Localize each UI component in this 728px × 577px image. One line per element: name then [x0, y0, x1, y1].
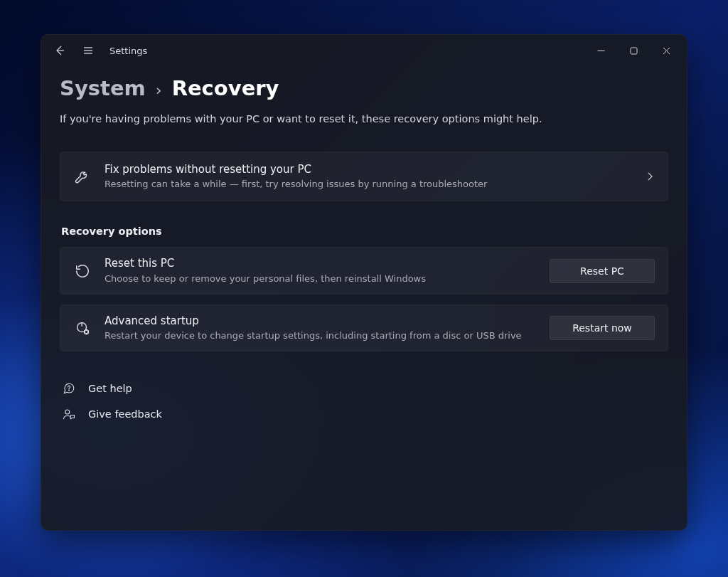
footer-links: Get help Give feedback: [60, 376, 668, 427]
breadcrumb-parent[interactable]: System: [60, 76, 146, 100]
feedback-icon: [61, 406, 77, 422]
title-bar: Settings: [41, 35, 687, 66]
minimize-button[interactable]: [584, 35, 617, 66]
give-feedback-link[interactable]: Give feedback: [60, 401, 668, 427]
card-title: Advanced startup: [105, 314, 537, 328]
nav-menu-button[interactable]: [74, 36, 102, 65]
get-help-link[interactable]: Get help: [60, 376, 668, 401]
link-label: Give feedback: [88, 408, 162, 420]
fix-problems-card[interactable]: Fix problems without resetting your PC R…: [60, 152, 668, 201]
chevron-right-icon: ›: [156, 81, 162, 99]
svg-rect-4: [631, 48, 637, 54]
card-subtitle: Resetting can take a while — first, try …: [105, 178, 632, 191]
recovery-options-header: Recovery options: [61, 226, 668, 237]
svg-point-10: [69, 390, 70, 391]
reset-pc-button[interactable]: Reset PC: [550, 259, 655, 283]
card-subtitle: Choose to keep or remove your personal f…: [105, 272, 537, 285]
reset-pc-card: Reset this PC Choose to keep or remove y…: [60, 247, 668, 294]
reset-icon: [73, 262, 92, 280]
close-button[interactable]: [650, 35, 682, 66]
chevron-right-icon: [645, 171, 655, 181]
advanced-startup-card: Advanced startup Restart your device to …: [60, 305, 668, 351]
card-title: Fix problems without resetting your PC: [105, 162, 632, 176]
back-button[interactable]: [46, 36, 74, 65]
card-text: Reset this PC Choose to keep or remove y…: [105, 256, 537, 285]
maximize-button[interactable]: [617, 35, 650, 66]
breadcrumb: System › Recovery: [60, 76, 668, 100]
card-subtitle: Restart your device to change startup se…: [105, 329, 537, 342]
maximize-icon: [630, 47, 638, 55]
card-text: Advanced startup Restart your device to …: [105, 314, 537, 342]
card-title: Reset this PC: [105, 256, 537, 270]
window-controls: [584, 35, 682, 66]
svg-point-11: [65, 410, 70, 414]
minimize-icon: [597, 47, 605, 55]
power-settings-icon: [73, 319, 92, 337]
page-title: Recovery: [172, 76, 279, 100]
hamburger-icon: [82, 45, 94, 56]
wrench-icon: [73, 167, 92, 186]
arrow-left-icon: [54, 45, 65, 56]
restart-now-button[interactable]: Restart now: [550, 316, 655, 340]
help-icon: [61, 381, 77, 396]
content-area: System › Recovery If you're having probl…: [41, 66, 687, 530]
settings-window: Settings System › Recovery If you're hav…: [41, 34, 687, 531]
link-label: Get help: [88, 383, 132, 394]
app-title: Settings: [109, 46, 147, 56]
close-icon: [663, 47, 670, 55]
card-text: Fix problems without resetting your PC R…: [105, 162, 632, 191]
intro-text: If you're having problems with your PC o…: [60, 113, 668, 125]
